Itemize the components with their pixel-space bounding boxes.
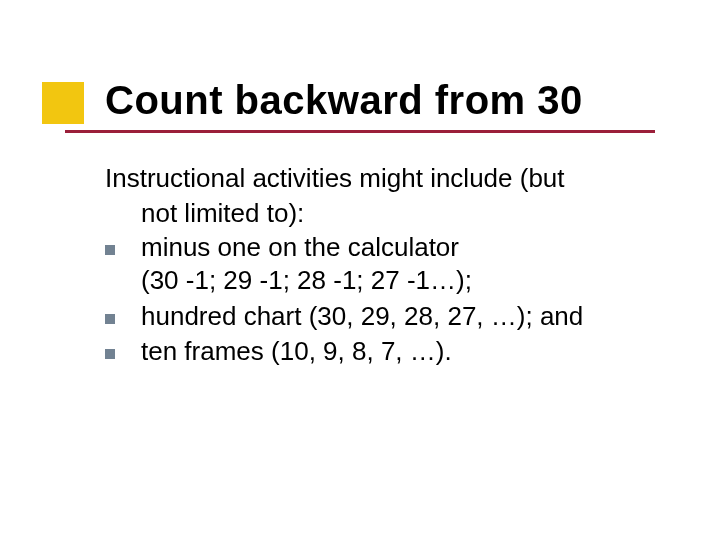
list-item: ten frames (10, 9, 8, 7, …). bbox=[105, 335, 650, 368]
bullet-text: minus one on the calculator bbox=[141, 231, 459, 264]
slide-title: Count backward from 30 bbox=[105, 78, 583, 123]
square-bullet-icon bbox=[105, 335, 141, 363]
bullet-text: ten frames (10, 9, 8, 7, …). bbox=[141, 335, 452, 368]
list-item: hundred chart (30, 29, 28, 27, …); and bbox=[105, 300, 650, 333]
square-bullet-icon bbox=[105, 300, 141, 328]
list-item: minus one on the calculator bbox=[105, 231, 650, 264]
bullet-text-cont: (30 -1; 29 -1; 28 -1; 27 -1…); bbox=[105, 264, 650, 297]
slide-body: Instructional activities might include (… bbox=[105, 162, 650, 368]
bullet-text: hundred chart (30, 29, 28, 27, …); and bbox=[141, 300, 583, 333]
intro-line-1: Instructional activities might include (… bbox=[105, 162, 650, 195]
accent-square bbox=[42, 82, 84, 124]
title-underline bbox=[65, 130, 655, 133]
intro-line-2: not limited to): bbox=[105, 197, 650, 230]
square-bullet-icon bbox=[105, 231, 141, 259]
